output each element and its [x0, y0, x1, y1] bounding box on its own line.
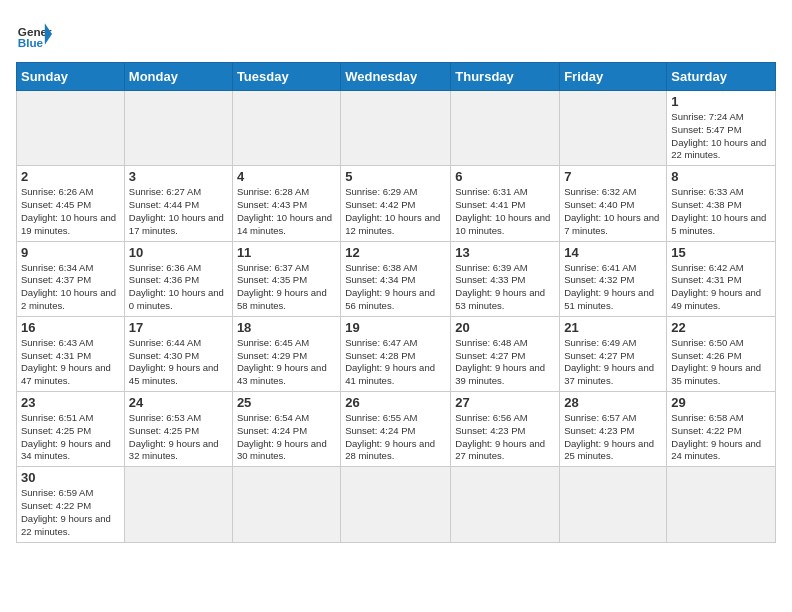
day-number: 9: [21, 245, 120, 260]
day-number: 30: [21, 470, 120, 485]
calendar-day-cell: [124, 91, 232, 166]
calendar-day-cell: 24Sunrise: 6:53 AM Sunset: 4:25 PM Dayli…: [124, 392, 232, 467]
day-info: Sunrise: 6:27 AM Sunset: 4:44 PM Dayligh…: [129, 186, 228, 237]
day-info: Sunrise: 6:54 AM Sunset: 4:24 PM Dayligh…: [237, 412, 336, 463]
day-number: 5: [345, 169, 446, 184]
day-number: 2: [21, 169, 120, 184]
day-info: Sunrise: 6:33 AM Sunset: 4:38 PM Dayligh…: [671, 186, 771, 237]
day-number: 20: [455, 320, 555, 335]
svg-text:Blue: Blue: [18, 36, 44, 49]
calendar-week-row: 9Sunrise: 6:34 AM Sunset: 4:37 PM Daylig…: [17, 241, 776, 316]
calendar-day-cell: 1Sunrise: 7:24 AM Sunset: 5:47 PM Daylig…: [667, 91, 776, 166]
day-info: Sunrise: 6:44 AM Sunset: 4:30 PM Dayligh…: [129, 337, 228, 388]
calendar-day-cell: 23Sunrise: 6:51 AM Sunset: 4:25 PM Dayli…: [17, 392, 125, 467]
day-number: 13: [455, 245, 555, 260]
page-header: General Blue: [16, 16, 776, 52]
calendar-day-header: Thursday: [451, 63, 560, 91]
calendar-day-cell: [667, 467, 776, 542]
calendar-day-cell: 29Sunrise: 6:58 AM Sunset: 4:22 PM Dayli…: [667, 392, 776, 467]
calendar-day-cell: 18Sunrise: 6:45 AM Sunset: 4:29 PM Dayli…: [232, 316, 340, 391]
calendar-day-cell: 12Sunrise: 6:38 AM Sunset: 4:34 PM Dayli…: [341, 241, 451, 316]
calendar-day-cell: 8Sunrise: 6:33 AM Sunset: 4:38 PM Daylig…: [667, 166, 776, 241]
calendar-table: SundayMondayTuesdayWednesdayThursdayFrid…: [16, 62, 776, 543]
calendar-day-cell: 11Sunrise: 6:37 AM Sunset: 4:35 PM Dayli…: [232, 241, 340, 316]
calendar-day-cell: [124, 467, 232, 542]
calendar-day-cell: 22Sunrise: 6:50 AM Sunset: 4:26 PM Dayli…: [667, 316, 776, 391]
day-number: 14: [564, 245, 662, 260]
calendar-day-cell: 17Sunrise: 6:44 AM Sunset: 4:30 PM Dayli…: [124, 316, 232, 391]
calendar-day-header: Tuesday: [232, 63, 340, 91]
calendar-day-header: Wednesday: [341, 63, 451, 91]
calendar-day-cell: 19Sunrise: 6:47 AM Sunset: 4:28 PM Dayli…: [341, 316, 451, 391]
calendar-day-cell: 6Sunrise: 6:31 AM Sunset: 4:41 PM Daylig…: [451, 166, 560, 241]
day-info: Sunrise: 6:56 AM Sunset: 4:23 PM Dayligh…: [455, 412, 555, 463]
day-info: Sunrise: 6:48 AM Sunset: 4:27 PM Dayligh…: [455, 337, 555, 388]
calendar-day-cell: 25Sunrise: 6:54 AM Sunset: 4:24 PM Dayli…: [232, 392, 340, 467]
calendar-day-cell: 20Sunrise: 6:48 AM Sunset: 4:27 PM Dayli…: [451, 316, 560, 391]
day-info: Sunrise: 6:57 AM Sunset: 4:23 PM Dayligh…: [564, 412, 662, 463]
day-info: Sunrise: 6:47 AM Sunset: 4:28 PM Dayligh…: [345, 337, 446, 388]
calendar-day-cell: 26Sunrise: 6:55 AM Sunset: 4:24 PM Dayli…: [341, 392, 451, 467]
calendar-day-header: Saturday: [667, 63, 776, 91]
day-number: 4: [237, 169, 336, 184]
day-info: Sunrise: 6:26 AM Sunset: 4:45 PM Dayligh…: [21, 186, 120, 237]
logo: General Blue: [16, 16, 56, 52]
calendar-day-cell: 10Sunrise: 6:36 AM Sunset: 4:36 PM Dayli…: [124, 241, 232, 316]
day-info: Sunrise: 6:42 AM Sunset: 4:31 PM Dayligh…: [671, 262, 771, 313]
calendar-day-cell: 16Sunrise: 6:43 AM Sunset: 4:31 PM Dayli…: [17, 316, 125, 391]
day-info: Sunrise: 6:31 AM Sunset: 4:41 PM Dayligh…: [455, 186, 555, 237]
day-number: 21: [564, 320, 662, 335]
day-number: 7: [564, 169, 662, 184]
calendar-week-row: 16Sunrise: 6:43 AM Sunset: 4:31 PM Dayli…: [17, 316, 776, 391]
calendar-day-cell: 27Sunrise: 6:56 AM Sunset: 4:23 PM Dayli…: [451, 392, 560, 467]
day-number: 17: [129, 320, 228, 335]
day-number: 27: [455, 395, 555, 410]
calendar-week-row: 30Sunrise: 6:59 AM Sunset: 4:22 PM Dayli…: [17, 467, 776, 542]
calendar-day-cell: 14Sunrise: 6:41 AM Sunset: 4:32 PM Dayli…: [560, 241, 667, 316]
calendar-day-cell: [232, 467, 340, 542]
day-info: Sunrise: 6:51 AM Sunset: 4:25 PM Dayligh…: [21, 412, 120, 463]
calendar-day-cell: 5Sunrise: 6:29 AM Sunset: 4:42 PM Daylig…: [341, 166, 451, 241]
day-info: Sunrise: 6:28 AM Sunset: 4:43 PM Dayligh…: [237, 186, 336, 237]
day-number: 18: [237, 320, 336, 335]
day-number: 3: [129, 169, 228, 184]
day-info: Sunrise: 6:58 AM Sunset: 4:22 PM Dayligh…: [671, 412, 771, 463]
day-info: Sunrise: 7:24 AM Sunset: 5:47 PM Dayligh…: [671, 111, 771, 162]
day-number: 19: [345, 320, 446, 335]
calendar-day-cell: [451, 91, 560, 166]
calendar-day-cell: [560, 467, 667, 542]
calendar-day-cell: 7Sunrise: 6:32 AM Sunset: 4:40 PM Daylig…: [560, 166, 667, 241]
day-number: 22: [671, 320, 771, 335]
day-info: Sunrise: 6:53 AM Sunset: 4:25 PM Dayligh…: [129, 412, 228, 463]
day-number: 15: [671, 245, 771, 260]
day-info: Sunrise: 6:43 AM Sunset: 4:31 PM Dayligh…: [21, 337, 120, 388]
day-number: 11: [237, 245, 336, 260]
day-info: Sunrise: 6:39 AM Sunset: 4:33 PM Dayligh…: [455, 262, 555, 313]
calendar-day-cell: 21Sunrise: 6:49 AM Sunset: 4:27 PM Dayli…: [560, 316, 667, 391]
calendar-day-cell: 28Sunrise: 6:57 AM Sunset: 4:23 PM Dayli…: [560, 392, 667, 467]
calendar-header-row: SundayMondayTuesdayWednesdayThursdayFrid…: [17, 63, 776, 91]
calendar-week-row: 23Sunrise: 6:51 AM Sunset: 4:25 PM Dayli…: [17, 392, 776, 467]
calendar-day-cell: 15Sunrise: 6:42 AM Sunset: 4:31 PM Dayli…: [667, 241, 776, 316]
day-info: Sunrise: 6:49 AM Sunset: 4:27 PM Dayligh…: [564, 337, 662, 388]
calendar-week-row: 1Sunrise: 7:24 AM Sunset: 5:47 PM Daylig…: [17, 91, 776, 166]
day-info: Sunrise: 6:45 AM Sunset: 4:29 PM Dayligh…: [237, 337, 336, 388]
calendar-day-header: Sunday: [17, 63, 125, 91]
day-number: 16: [21, 320, 120, 335]
calendar-day-cell: 2Sunrise: 6:26 AM Sunset: 4:45 PM Daylig…: [17, 166, 125, 241]
calendar-day-cell: 9Sunrise: 6:34 AM Sunset: 4:37 PM Daylig…: [17, 241, 125, 316]
day-number: 6: [455, 169, 555, 184]
day-info: Sunrise: 6:37 AM Sunset: 4:35 PM Dayligh…: [237, 262, 336, 313]
day-number: 25: [237, 395, 336, 410]
day-number: 10: [129, 245, 228, 260]
logo-icon: General Blue: [16, 16, 52, 52]
calendar-day-header: Friday: [560, 63, 667, 91]
calendar-day-cell: [451, 467, 560, 542]
day-info: Sunrise: 6:32 AM Sunset: 4:40 PM Dayligh…: [564, 186, 662, 237]
calendar-day-cell: [17, 91, 125, 166]
day-info: Sunrise: 6:55 AM Sunset: 4:24 PM Dayligh…: [345, 412, 446, 463]
day-number: 26: [345, 395, 446, 410]
calendar-day-cell: 30Sunrise: 6:59 AM Sunset: 4:22 PM Dayli…: [17, 467, 125, 542]
calendar-week-row: 2Sunrise: 6:26 AM Sunset: 4:45 PM Daylig…: [17, 166, 776, 241]
day-number: 29: [671, 395, 771, 410]
